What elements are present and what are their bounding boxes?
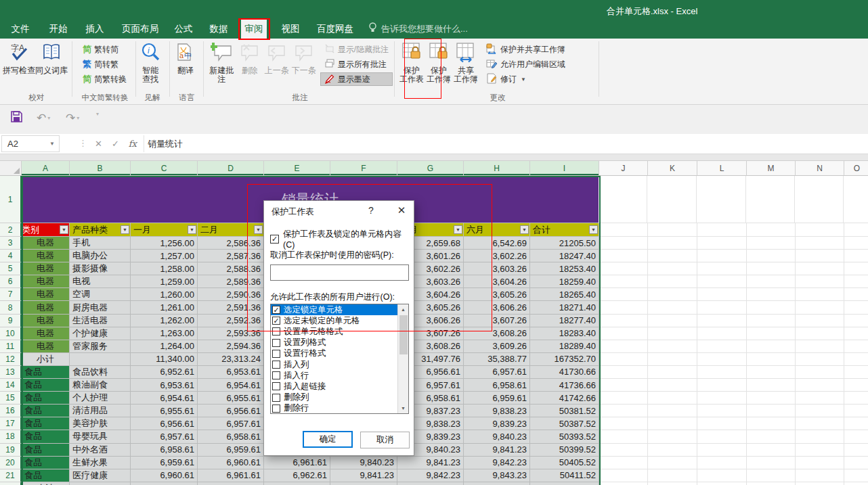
product-cell[interactable]: 生鲜水果 xyxy=(70,457,131,469)
ribbon-button-拼写检查[interactable]: 字A拼写检查 xyxy=(3,40,35,75)
value-cell[interactable]: 79,911.21 xyxy=(397,482,464,485)
empty-cell[interactable] xyxy=(844,417,868,430)
empty-cell[interactable] xyxy=(844,405,868,417)
empty-cell[interactable] xyxy=(796,327,844,340)
empty-cell[interactable] xyxy=(648,223,697,237)
empty-cell[interactable] xyxy=(844,176,868,223)
product-cell[interactable] xyxy=(70,482,131,485)
product-cell[interactable]: 管家服务 xyxy=(70,340,131,353)
filter-dropdown-icon[interactable]: ▼ xyxy=(121,225,129,234)
category-cell[interactable]: 电器 xyxy=(22,250,70,262)
category-cell[interactable]: 食品 xyxy=(22,417,70,430)
empty-cell[interactable] xyxy=(697,457,747,469)
empty-cell[interactable] xyxy=(599,444,648,457)
value-cell[interactable]: 6,958.61 xyxy=(198,430,264,443)
empty-cell[interactable] xyxy=(599,340,648,353)
dialog-title-bar[interactable]: 保护工作表 ? ✕ xyxy=(264,201,414,221)
category-cell[interactable]: 食品 xyxy=(22,392,70,405)
empty-cell[interactable] xyxy=(747,379,796,392)
value-cell[interactable]: 1,259.00 xyxy=(131,275,198,288)
empty-cell[interactable] xyxy=(747,353,796,366)
row-header-14[interactable]: 14 xyxy=(0,379,22,392)
empty-cell[interactable] xyxy=(844,288,868,301)
value-cell[interactable]: 18253.40 xyxy=(530,262,599,275)
category-cell[interactable]: 食品 xyxy=(22,379,70,392)
scroll-down-icon[interactable]: ▼ xyxy=(401,403,406,413)
empty-cell[interactable] xyxy=(747,275,796,288)
empty-cell[interactable] xyxy=(796,340,844,353)
value-cell[interactable]: 3,604.26 xyxy=(464,275,530,288)
empty-cell[interactable] xyxy=(796,417,844,430)
ribbon-button-共享工作簿[interactable]: 共享 工作簿 xyxy=(452,40,479,84)
empty-cell[interactable] xyxy=(599,250,648,262)
value-cell[interactable]: 2,592.36 xyxy=(198,315,264,327)
column-header-F[interactable]: F xyxy=(330,161,397,176)
value-cell[interactable]: 1,258.00 xyxy=(131,262,198,275)
empty-cell[interactable] xyxy=(648,417,697,430)
product-cell[interactable]: 美容护肤 xyxy=(70,417,131,430)
empty-cell[interactable] xyxy=(648,482,697,485)
tab-数据[interactable]: 数据 xyxy=(206,19,232,39)
empty-cell[interactable] xyxy=(796,457,844,469)
value-cell[interactable]: 9,842.23 xyxy=(397,469,464,482)
value-cell[interactable]: 50399.52 xyxy=(530,444,599,457)
ribbon-button-保护并共享工作簿[interactable]: 保护并共享工作簿 xyxy=(482,43,569,56)
permission-option-设置行格式[interactable]: 设置行格式 xyxy=(271,348,397,359)
value-cell[interactable]: 9,838.23 xyxy=(464,405,530,417)
empty-cell[interactable] xyxy=(796,353,844,366)
value-cell[interactable]: 6,958.61 xyxy=(131,444,198,457)
filter-dropdown-icon[interactable]: ▼ xyxy=(60,225,68,234)
empty-cell[interactable] xyxy=(796,366,844,379)
column-header-C[interactable]: C xyxy=(131,161,198,176)
row-header-17[interactable]: 17 xyxy=(0,417,22,430)
empty-cell[interactable] xyxy=(844,366,868,379)
empty-cell[interactable] xyxy=(599,176,647,223)
category-cell[interactable]: 电器 xyxy=(22,301,70,314)
value-cell[interactable]: 6,961.61 xyxy=(198,469,264,482)
product-cell[interactable]: 粮油副食 xyxy=(70,379,131,392)
product-cell[interactable]: 电视 xyxy=(70,275,131,288)
value-cell[interactable]: 23,313.24 xyxy=(198,353,264,366)
dialog-close-icon[interactable]: ✕ xyxy=(391,201,412,220)
tab-公式[interactable]: 公式 xyxy=(171,19,196,39)
empty-cell[interactable] xyxy=(697,482,747,485)
option-checkbox[interactable] xyxy=(272,317,280,325)
category-cell[interactable]: 食品 xyxy=(22,469,70,482)
empty-cell[interactable] xyxy=(844,340,868,353)
empty-cell[interactable] xyxy=(697,353,747,366)
column-header-B[interactable]: B xyxy=(70,161,131,176)
row-header-3[interactable]: 3 xyxy=(0,237,22,250)
empty-cell[interactable] xyxy=(747,327,796,340)
category-cell[interactable]: 食品 xyxy=(22,405,70,417)
category-cell[interactable]: 食品 xyxy=(22,366,70,379)
redo-icon[interactable]: ↷▾ xyxy=(66,111,79,125)
category-cell[interactable]: 食品 xyxy=(22,444,70,457)
empty-cell[interactable] xyxy=(599,262,648,275)
row-header-6[interactable]: 6 xyxy=(0,275,22,288)
row-header-12[interactable]: 12 xyxy=(0,353,22,366)
category-cell[interactable]: 食品 xyxy=(22,430,70,443)
category-cell[interactable]: 电器 xyxy=(22,237,70,250)
row-header-4[interactable]: 4 xyxy=(0,250,22,262)
ribbon-button-简转繁[interactable]: 繁简转繁 xyxy=(79,57,131,71)
dialog-help-icon[interactable]: ? xyxy=(364,205,378,218)
empty-cell[interactable] xyxy=(796,482,844,485)
value-cell[interactable]: 62,609.49 xyxy=(131,482,198,485)
permission-option-选定锁定单元格[interactable]: 选定锁定单元格 xyxy=(271,304,397,315)
option-checkbox[interactable] xyxy=(272,405,280,413)
permission-option-插入行[interactable]: 插入行 xyxy=(271,370,397,381)
filter-dropdown-icon[interactable]: ▼ xyxy=(454,225,462,234)
value-cell[interactable]: 2,589.36 xyxy=(198,275,264,288)
empty-cell[interactable] xyxy=(796,379,844,392)
empty-cell[interactable] xyxy=(599,301,648,314)
ribbon-button-繁转简[interactable]: 简繁转简 xyxy=(79,43,131,56)
empty-cell[interactable] xyxy=(796,275,844,288)
product-cell[interactable]: 摄影摄像 xyxy=(70,262,131,275)
empty-cell[interactable] xyxy=(648,340,697,353)
empty-cell[interactable] xyxy=(844,353,868,366)
ribbon-button-新建批注[interactable]: 新建批注 xyxy=(207,40,236,84)
tab-插入[interactable]: 插入 xyxy=(83,19,107,39)
permission-option-选定未锁定的单元格[interactable]: 选定未锁定的单元格 xyxy=(271,315,397,326)
empty-cell[interactable] xyxy=(747,288,796,301)
tab-视图[interactable]: 视图 xyxy=(278,19,303,39)
